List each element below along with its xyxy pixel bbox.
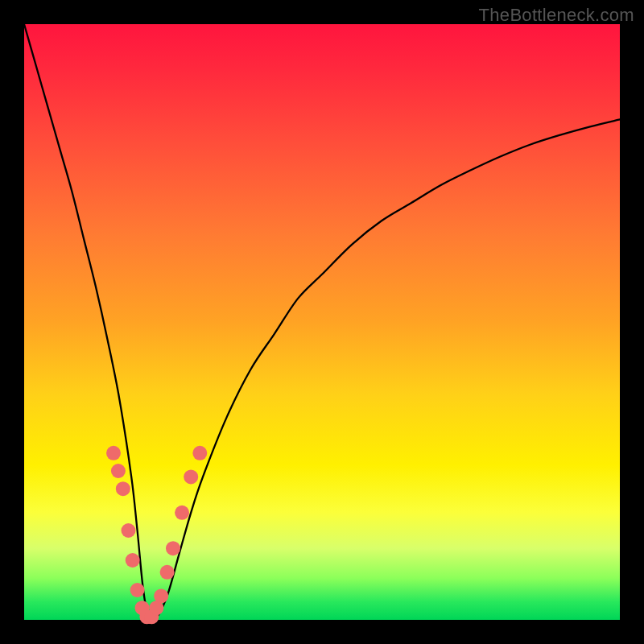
marker-dot: [111, 464, 126, 478]
marker-dot: [192, 446, 207, 460]
marker-dot: [130, 583, 145, 597]
marker-dot: [175, 506, 189, 520]
marker-dot: [122, 523, 136, 538]
chart-frame: TheBottleneck.com: [0, 0, 644, 644]
watermark-text: TheBottleneck.com: [479, 5, 634, 26]
curve-svg: [24, 24, 620, 620]
marker-dot: [166, 541, 180, 555]
marker-dot: [116, 481, 130, 496]
marker-dot: [106, 446, 121, 460]
marker-dot: [126, 553, 140, 568]
marker-dot: [184, 469, 198, 484]
marker-dot: [154, 588, 168, 603]
bottleneck-curve: [24, 24, 620, 623]
marker-dot: [160, 565, 175, 580]
highlight-markers: [106, 446, 207, 625]
plot-area: [24, 24, 620, 620]
